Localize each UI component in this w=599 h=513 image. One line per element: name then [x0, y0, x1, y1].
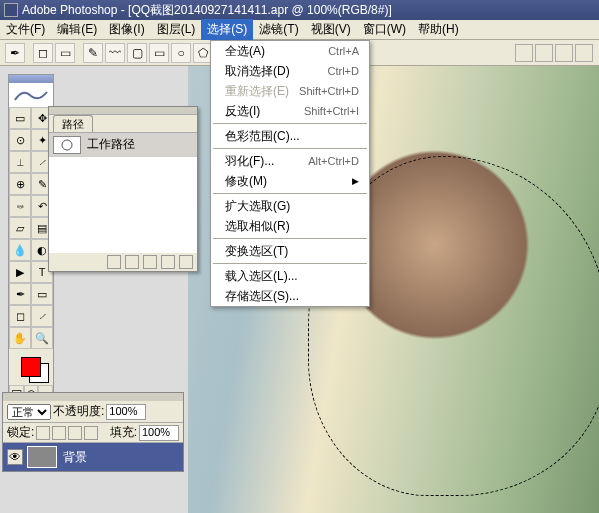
dropdown-item[interactable]: 羽化(F)...Alt+Ctrl+D: [211, 151, 369, 171]
dropdown-item-label: 羽化(F)...: [225, 153, 274, 170]
shape-tool-icon[interactable]: ▭: [31, 283, 53, 305]
eraser-tool-icon[interactable]: ▱: [9, 217, 31, 239]
shape-mode-icon[interactable]: ▭: [55, 43, 75, 63]
pen-tool-icon[interactable]: ✎: [83, 43, 103, 63]
menu-item[interactable]: 编辑(E): [51, 19, 103, 40]
menu-separator: [213, 238, 367, 239]
color-swatches[interactable]: [9, 349, 53, 385]
dropdown-item[interactable]: 载入选区(L)...: [211, 266, 369, 286]
dropdown-item-label: 选取相似(R): [225, 218, 290, 235]
stamp-tool-icon[interactable]: ⎃: [9, 195, 31, 217]
dropdown-item-label: 修改(M): [225, 173, 267, 190]
path-select-icon[interactable]: ▶: [9, 261, 31, 283]
dropdown-item-label: 反选(I): [225, 103, 260, 120]
hand-tool-icon[interactable]: ✋: [9, 327, 31, 349]
pen-tool-icon[interactable]: ✒: [9, 283, 31, 305]
fill-value[interactable]: 100%: [139, 425, 179, 441]
menu-separator: [213, 263, 367, 264]
palette-buttons: [515, 44, 593, 62]
menu-item[interactable]: 图像(I): [103, 19, 150, 40]
lock-position-icon[interactable]: [68, 426, 82, 440]
shortcut-text: Ctrl+A: [328, 45, 359, 57]
lock-all-icon[interactable]: [84, 426, 98, 440]
dropdown-item[interactable]: 选取相似(R): [211, 216, 369, 236]
menu-item[interactable]: 图层(L): [151, 19, 202, 40]
dropdown-item[interactable]: 修改(M)▶: [211, 171, 369, 191]
menu-item[interactable]: 文件(F): [0, 19, 51, 40]
toolbox-logo: [9, 83, 53, 107]
marquee-tool-icon[interactable]: ▭: [9, 107, 31, 129]
dropdown-item[interactable]: 色彩范围(C)...: [211, 126, 369, 146]
new-path-icon[interactable]: [161, 255, 175, 269]
dropdown-item-label: 色彩范围(C)...: [225, 128, 300, 145]
palette-btn-1[interactable]: [515, 44, 533, 62]
load-selection-icon[interactable]: [143, 255, 157, 269]
dropdown-item[interactable]: 取消选择(D)Ctrl+D: [211, 61, 369, 81]
blur-tool-icon[interactable]: 💧: [9, 239, 31, 261]
lock-pixels-icon[interactable]: [52, 426, 66, 440]
dropdown-item[interactable]: 存储选区(S)...: [211, 286, 369, 306]
stroke-path-icon[interactable]: [125, 255, 139, 269]
menu-item[interactable]: 帮助(H): [412, 19, 465, 40]
shortcut-text: Shift+Ctrl+I: [304, 105, 359, 117]
menu-item[interactable]: 视图(V): [305, 19, 357, 40]
palette-btn-3[interactable]: [555, 44, 573, 62]
eyedropper-icon[interactable]: ⟋: [31, 305, 53, 327]
path-item-label: 工作路径: [87, 136, 135, 153]
pen-mode-icon[interactable]: ✒: [5, 43, 25, 63]
dropdown-item-label: 全选(A): [225, 43, 265, 60]
window-titlebar: Adobe Photoshop - [QQ截图20140927141411.ap…: [0, 0, 599, 20]
palette-btn-2[interactable]: [535, 44, 553, 62]
panel-grip[interactable]: [49, 107, 197, 115]
fill-label: 填充:: [110, 424, 137, 441]
blend-mode-select[interactable]: 正常: [7, 404, 51, 420]
opacity-label: 不透明度:: [53, 403, 104, 420]
menu-item[interactable]: 滤镜(T): [253, 19, 304, 40]
paths-panel: 路径 工作路径: [48, 106, 198, 272]
shortcut-text: Alt+Ctrl+D: [308, 155, 359, 167]
panel-grip[interactable]: [3, 393, 183, 401]
dropdown-item[interactable]: 变换选区(T): [211, 241, 369, 261]
lock-label: 锁定:: [7, 424, 34, 441]
opacity-value[interactable]: 100%: [106, 404, 146, 420]
dropdown-item[interactable]: 扩大选取(G): [211, 196, 369, 216]
foreground-color[interactable]: [21, 357, 41, 377]
visibility-eye-icon[interactable]: 👁: [7, 449, 23, 465]
lasso-tool-icon[interactable]: ⊙: [9, 129, 31, 151]
dropdown-item: 重新选择(E)Shift+Ctrl+D: [211, 81, 369, 101]
notes-tool-icon[interactable]: ◻: [9, 305, 31, 327]
menubar[interactable]: 文件(F)编辑(E)图像(I)图层(L)选择(S)滤镜(T)视图(V)窗口(W)…: [0, 20, 599, 40]
dropdown-item[interactable]: 全选(A)Ctrl+A: [211, 41, 369, 61]
heal-tool-icon[interactable]: ⊕: [9, 173, 31, 195]
submenu-arrow-icon: ▶: [352, 176, 359, 186]
app-icon: [4, 3, 18, 17]
zoom-tool-icon[interactable]: 🔍: [31, 327, 53, 349]
layer-thumb: [27, 446, 57, 468]
layer-row[interactable]: 👁 背景: [3, 443, 183, 471]
shortcut-text: Ctrl+D: [328, 65, 359, 77]
dropdown-item-label: 变换选区(T): [225, 243, 288, 260]
dropdown-item-label: 取消选择(D): [225, 63, 290, 80]
rounded-rect-icon[interactable]: ▭: [149, 43, 169, 63]
palette-btn-4[interactable]: [575, 44, 593, 62]
paths-footer: [49, 253, 197, 271]
rect-shape-icon[interactable]: ▢: [127, 43, 147, 63]
menu-item[interactable]: 选择(S): [201, 19, 253, 40]
toolbox-grip[interactable]: [9, 75, 53, 83]
lock-transparent-icon[interactable]: [36, 426, 50, 440]
menu-item[interactable]: 窗口(W): [357, 19, 412, 40]
delete-path-icon[interactable]: [179, 255, 193, 269]
select-menu-dropdown[interactable]: 全选(A)Ctrl+A取消选择(D)Ctrl+D重新选择(E)Shift+Ctr…: [210, 40, 370, 307]
dropdown-item[interactable]: 反选(I)Shift+Ctrl+I: [211, 101, 369, 121]
path-item[interactable]: 工作路径: [49, 133, 197, 157]
dropdown-item-label: 扩大选取(G): [225, 198, 290, 215]
freeform-pen-icon[interactable]: 〰: [105, 43, 125, 63]
dropdown-item-label: 重新选择(E): [225, 83, 289, 100]
paths-mode-icon[interactable]: ◻: [33, 43, 53, 63]
crop-tool-icon[interactable]: ⟂: [9, 151, 31, 173]
layer-name: 背景: [63, 449, 87, 466]
paths-tab[interactable]: 路径: [53, 115, 93, 132]
fill-path-icon[interactable]: [107, 255, 121, 269]
ellipse-shape-icon[interactable]: ○: [171, 43, 191, 63]
window-title: Adobe Photoshop - [QQ截图20140927141411.ap…: [22, 2, 392, 19]
